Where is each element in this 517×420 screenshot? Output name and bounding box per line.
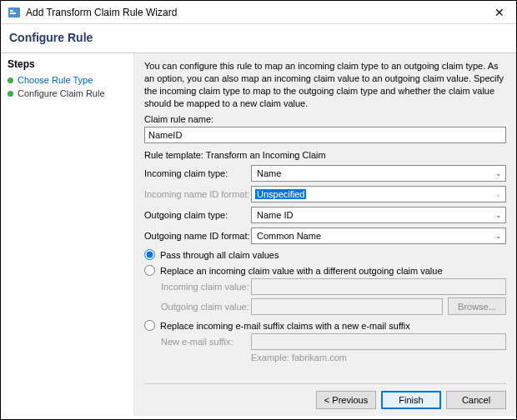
radio-replace-value-input[interactable]	[144, 265, 155, 276]
incoming-claim-value-label: Incoming claim value:	[161, 282, 251, 292]
combo-value: Common Name	[255, 231, 323, 241]
new-email-suffix-label: New e-mail suffix:	[161, 337, 251, 347]
outgoing-name-id-format-combo[interactable]: Common Name ⌄	[251, 228, 506, 244]
example-text: Example: fabrikam.com	[251, 352, 506, 362]
combo-value: Name	[255, 168, 283, 178]
step-label: Configure Claim Rule	[18, 88, 105, 98]
button-bar: < Previous Finish Cancel	[144, 383, 506, 416]
previous-button[interactable]: < Previous	[316, 391, 376, 409]
titlebar: Add Transform Claim Rule Wizard ✕	[1, 1, 516, 24]
step-choose-rule-type[interactable]: Choose Rule Type	[8, 73, 127, 87]
step-dot-icon	[8, 91, 13, 97]
radio-pass-through[interactable]: Pass through all claim values	[144, 249, 506, 260]
incoming-name-id-format-combo: Unspecified ⌄	[251, 186, 506, 202]
app-icon	[8, 6, 21, 19]
radio-label: Replace incoming e-mail suffix claims wi…	[160, 321, 410, 331]
svg-rect-1	[10, 10, 13, 12]
radio-label: Replace an incoming claim value with a d…	[160, 266, 443, 276]
chevron-down-icon: ⌄	[495, 190, 502, 198]
combo-value: Unspecified	[255, 189, 306, 199]
combo-value: Name ID	[255, 210, 294, 220]
claim-rule-name-label: Claim rule name:	[144, 114, 506, 124]
content-area: Steps Choose Rule Type Configure Claim R…	[1, 52, 516, 416]
incoming-name-id-format-label: Incoming name ID format:	[144, 189, 251, 199]
browse-button: Browse...	[448, 298, 506, 315]
radio-pass-through-input[interactable]	[144, 249, 155, 260]
main-panel: You can configure this rule to map an in…	[134, 53, 516, 416]
chevron-down-icon: ⌄	[495, 169, 502, 178]
cancel-button[interactable]: Cancel	[446, 391, 506, 409]
window-title: Add Transform Claim Rule Wizard	[26, 7, 489, 18]
outgoing-claim-type-label: Outgoing claim type:	[144, 210, 251, 220]
description-text: You can configure this rule to map an in…	[144, 60, 506, 109]
radio-label: Pass through all claim values	[160, 250, 279, 260]
radio-replace-suffix-input[interactable]	[144, 320, 155, 331]
svg-rect-2	[10, 12, 16, 14]
step-configure-claim-rule[interactable]: Configure Claim Rule	[8, 87, 127, 100]
close-icon[interactable]: ✕	[489, 6, 509, 19]
steps-sidebar: Steps Choose Rule Type Configure Claim R…	[1, 53, 134, 416]
incoming-claim-type-label: Incoming claim type:	[144, 168, 251, 178]
chevron-down-icon: ⌄	[495, 211, 502, 219]
steps-title: Steps	[8, 58, 127, 70]
incoming-claim-type-combo[interactable]: Name ⌄	[251, 165, 506, 182]
rule-template-label: Rule template: Transform an Incoming Cla…	[144, 150, 506, 160]
claim-rule-name-input[interactable]	[144, 127, 506, 143]
finish-button[interactable]: Finish	[381, 391, 441, 409]
page-header: Configure Rule	[1, 24, 516, 52]
new-email-suffix-input	[251, 333, 506, 350]
incoming-claim-value-input	[251, 278, 506, 295]
outgoing-claim-type-combo[interactable]: Name ID ⌄	[251, 207, 506, 223]
radio-replace-suffix[interactable]: Replace incoming e-mail suffix claims wi…	[144, 320, 506, 331]
step-label: Choose Rule Type	[18, 75, 93, 85]
chevron-down-icon: ⌄	[495, 232, 502, 240]
outgoing-name-id-format-label: Outgoing name ID format:	[144, 231, 251, 241]
outgoing-claim-value-input	[251, 298, 443, 315]
outgoing-claim-value-label: Outgoing claim value:	[161, 302, 251, 312]
step-dot-icon	[8, 78, 13, 83]
radio-replace-value[interactable]: Replace an incoming claim value with a d…	[144, 265, 506, 276]
